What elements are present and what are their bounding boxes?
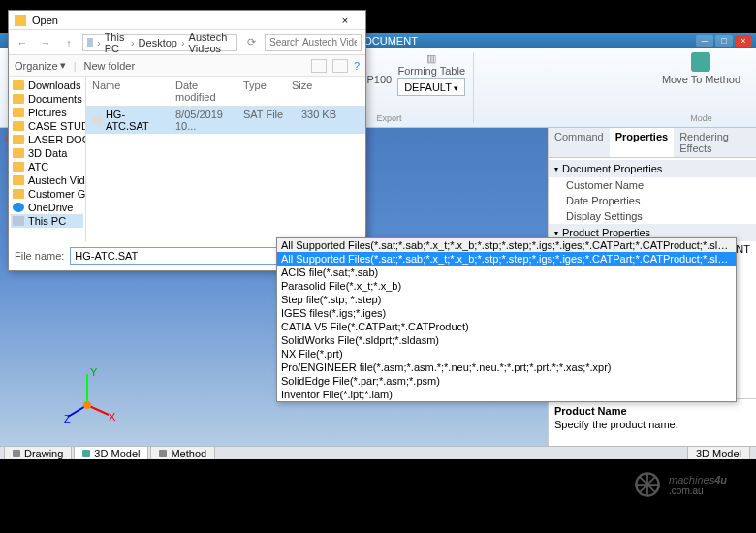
tree-item[interactable]: ATC bbox=[11, 160, 83, 173]
tree-item[interactable]: Customer Givea bbox=[11, 187, 83, 201]
filetype-option[interactable]: SolidEdge File(*.par;*.asm;*.psm) bbox=[277, 374, 736, 388]
organize-button[interactable]: Organize ▾ bbox=[15, 59, 66, 72]
folder-icon bbox=[13, 80, 24, 90]
folder-icon bbox=[13, 175, 24, 185]
default-dropdown[interactable]: DEFAULT ▾ bbox=[397, 78, 465, 96]
prop-display[interactable]: Display Settings bbox=[549, 208, 756, 224]
folder-icon bbox=[13, 162, 24, 172]
filetype-option[interactable]: Pro/ENGINEER file(*.asm;*.asm.*;*.neu;*.… bbox=[277, 361, 736, 374]
minimize-button[interactable]: ─ bbox=[696, 35, 713, 47]
svg-point-3 bbox=[83, 401, 91, 409]
prop-date[interactable]: Date Properties bbox=[549, 193, 756, 208]
cloud-icon bbox=[13, 203, 24, 212]
breadcrumb[interactable]: › This PC › Desktop › Austech Videos bbox=[82, 34, 237, 51]
tree-item[interactable]: 3D Data bbox=[11, 146, 83, 160]
model-icon bbox=[82, 450, 90, 457]
tree-item[interactable]: Documents bbox=[11, 92, 83, 106]
help-button[interactable]: ? bbox=[354, 59, 360, 73]
move-to-method-button[interactable]: Move To Method bbox=[662, 52, 740, 85]
refresh-button[interactable]: ⟳ bbox=[241, 34, 261, 51]
filetype-option[interactable]: IGES files(*.igs;*.iges) bbox=[277, 306, 736, 320]
doc-properties-header[interactable]: ▾ Document Properties bbox=[549, 160, 756, 177]
tab-command[interactable]: Command bbox=[549, 128, 610, 157]
file-icon bbox=[92, 115, 102, 125]
filetype-option[interactable]: Parasolid File(*.x_t;*.x_b) bbox=[277, 279, 736, 293]
forming-table-button[interactable]: ▥ Forming Table bbox=[397, 52, 465, 77]
axis-gizmo[interactable]: Y Z X bbox=[58, 366, 116, 426]
tree-item[interactable]: CASE STUDIE bbox=[11, 119, 83, 133]
column-size[interactable]: Size bbox=[290, 77, 338, 106]
tree-item[interactable]: Pictures bbox=[11, 106, 83, 119]
folder-icon bbox=[13, 148, 24, 158]
drive-icon bbox=[13, 216, 24, 226]
folder-icon bbox=[13, 94, 24, 104]
filetype-option[interactable]: All Supported Files(*.sat;*.sab;*.x_t;*.… bbox=[277, 252, 736, 266]
search-input[interactable] bbox=[265, 34, 362, 51]
column-date[interactable]: Date modified bbox=[173, 77, 241, 106]
filetype-option[interactable]: NX File(*.prt) bbox=[277, 347, 736, 361]
nav-forward-button[interactable]: → bbox=[36, 34, 55, 51]
tree-item[interactable]: LASER DOC's bbox=[11, 133, 83, 146]
prop-customer[interactable]: Customer Name bbox=[549, 177, 756, 193]
folder-tree[interactable]: DownloadsDocumentsPicturesCASE STUDIELAS… bbox=[9, 77, 86, 241]
filetype-option[interactable]: Inventor File(*.ipt;*.iam) bbox=[277, 388, 736, 401]
tab-rendering[interactable]: Rendering Effects bbox=[674, 128, 756, 157]
filename-label: File name: bbox=[15, 250, 64, 262]
filetype-option[interactable]: ACIS file(*.sat;*.sab) bbox=[277, 266, 736, 279]
column-name[interactable]: Name bbox=[86, 77, 173, 106]
nav-up-button[interactable]: ↑ bbox=[59, 34, 79, 51]
drawing-icon bbox=[13, 450, 20, 457]
new-folder-button[interactable]: New folder bbox=[84, 60, 136, 72]
method-icon bbox=[159, 450, 167, 457]
file-row[interactable]: HG-ATC.SAT8/05/2019 10...SAT File330 KB bbox=[86, 107, 365, 134]
tree-item[interactable]: This PC bbox=[11, 214, 83, 228]
column-type[interactable]: Type bbox=[241, 77, 290, 106]
folder-icon bbox=[13, 189, 24, 199]
file-list[interactable]: Name Date modified Type Size HG-ATC.SAT8… bbox=[86, 77, 365, 241]
filetype-option[interactable]: Step file(*.stp; *.step) bbox=[277, 293, 736, 306]
filetype-selected[interactable]: All Supported Files(*.sat;*.sab;*.x_t;*.… bbox=[277, 238, 736, 252]
filetype-option[interactable]: CATIA V5 File(*.CATPart;*.CATProduct) bbox=[277, 320, 736, 333]
dialog-title: Open bbox=[32, 15, 58, 26]
chevron-down-icon: ▾ bbox=[554, 229, 558, 237]
tree-item[interactable]: OneDrive bbox=[11, 201, 83, 214]
tab-properties[interactable]: Properties bbox=[610, 128, 674, 157]
filetype-option[interactable]: SolidWorks File(*.sldprt;*.sldasm) bbox=[277, 333, 736, 347]
tree-item[interactable]: Austech Videos bbox=[11, 173, 83, 187]
watermark-logo: machines4u.com.au bbox=[634, 471, 727, 498]
close-button[interactable]: × bbox=[735, 35, 752, 47]
svg-text:X: X bbox=[109, 411, 116, 423]
drive-icon bbox=[87, 38, 93, 47]
dialog-close-button[interactable]: × bbox=[331, 15, 360, 26]
maximize-button[interactable]: □ bbox=[715, 35, 733, 47]
chevron-down-icon: ▾ bbox=[554, 165, 558, 173]
bottom-tabs: Drawing 3D Model Method 3D Model bbox=[0, 446, 756, 459]
svg-text:Y: Y bbox=[90, 366, 98, 378]
filetype-dropdown[interactable]: All Supported Files(*.sat;*.sab;*.x_t;*.… bbox=[276, 237, 737, 402]
property-help: Product Name Specify the product name. bbox=[549, 398, 756, 436]
svg-text:Z: Z bbox=[64, 413, 71, 424]
folder-icon bbox=[13, 121, 24, 131]
tree-item[interactable]: Downloads bbox=[11, 78, 83, 92]
open-file-dialog: Open × ← → ↑ › This PC › Desktop › Auste… bbox=[8, 10, 366, 271]
preview-pane-button[interactable] bbox=[332, 59, 348, 73]
nav-back-button[interactable]: ← bbox=[13, 34, 32, 51]
folder-icon bbox=[15, 15, 26, 26]
folder-icon bbox=[13, 108, 24, 117]
view-options-button[interactable] bbox=[311, 59, 327, 73]
folder-icon bbox=[13, 135, 24, 144]
